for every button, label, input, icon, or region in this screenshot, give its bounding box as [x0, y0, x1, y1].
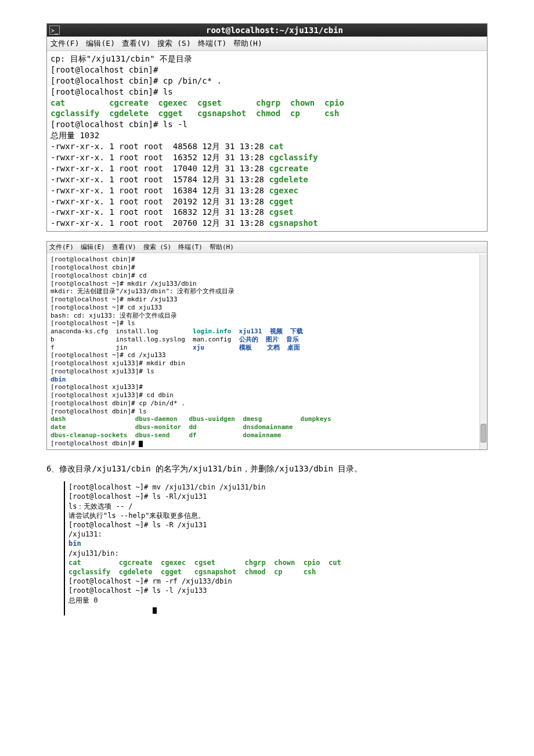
menu-item[interactable]: 帮助(H) — [210, 243, 234, 251]
terminal-icon: ≻_ — [49, 26, 60, 35]
terminal-line: 总用量 0 — [68, 596, 488, 605]
terminal-line: f jin xju 模板 文档 桌面 — [50, 344, 484, 352]
menu-item[interactable]: 终端(T) — [178, 243, 203, 251]
terminal-line: [root@localhost ~]# mkdir /xju133/dbin — [50, 280, 484, 288]
menu-item[interactable]: 帮助(H) — [233, 39, 262, 48]
menubar: 文件(F)编辑(E)查看(V)搜索 (S)终端(T)帮助(H) — [47, 242, 487, 253]
terminal-line: [root@localhost ~]# ls -l /xju133 — [68, 586, 488, 595]
terminal-output: cp: 目标"/xju131/cbin" 不是目录[root@localhost… — [47, 51, 487, 231]
terminal-line: cat cgcreate cgexec cgset chgrp chown cp… — [50, 98, 484, 109]
menu-item[interactable]: 查看(V) — [112, 243, 136, 251]
terminal-line: b install.log.syslog man.config 公共的 图片 音… — [50, 336, 484, 344]
answer-snippet: [root@localhost ~]# mv /xju131/cbin /xju… — [64, 481, 488, 615]
question-text: 6、修改目录/xju131/cbin 的名字为/xju131/bin，并删除/x… — [46, 464, 488, 474]
terminal-line: mkdir: 无法创建目录"/xju133/dbin": 没有那个文件或目录 — [50, 287, 484, 296]
terminal-line: dbus-cleanup-sockets dbus-send df domain… — [50, 431, 484, 440]
terminal-line: /xju131: — [68, 530, 488, 539]
terminal-line: cgclassify cgdelete cgget cgsnapshot chm… — [68, 567, 488, 577]
menu-item[interactable]: 编辑(E) — [86, 39, 114, 48]
terminal-line: [root@localhost cbin]# cp /bin/c* . — [50, 75, 484, 87]
menu-item[interactable]: 搜索 (S) — [157, 39, 190, 48]
terminal-line — [68, 605, 488, 614]
terminal-line: [root@localhost ~]# cd xju133 — [50, 304, 484, 312]
scrollbar-thumb[interactable] — [481, 424, 486, 442]
terminal-line: [root@localhost ~]# ls — [50, 319, 484, 327]
menu-item[interactable]: 查看(V) — [122, 39, 150, 48]
terminal-line: [root@localhost xju133]# ls — [50, 368, 484, 376]
cursor — [153, 607, 157, 614]
terminal-line: [root@localhost ~]# mkdir /xju133 — [50, 296, 484, 304]
terminal-line: -rwxr-xr-x. 1 root root 15784 12月 31 13:… — [50, 174, 484, 185]
terminal-line: bash: cd: xju133: 没有那个文件或目录 — [50, 312, 484, 320]
terminal-line: [root@localhost ~]# ls -Rl/xju131 — [68, 492, 488, 501]
scrollbar[interactable] — [479, 254, 487, 449]
terminal-line: anaconda-ks.cfg install.log login.info x… — [50, 327, 484, 336]
terminal-line: [root@localhost ~]# cd /xju133 — [50, 351, 484, 359]
terminal-line: [root@localhost xju133]# mkdir dbin — [50, 359, 484, 368]
terminal-line: [root@localhost dbin]# ls — [50, 408, 484, 416]
terminal-1: ≻_ root@localhost:~/xju131/cbin 文件(F)编辑(… — [46, 23, 488, 232]
cursor — [139, 441, 143, 447]
terminal-line: dbin — [50, 376, 484, 384]
terminal-line: cat cgcreate cgexec cgset chgrp chown cp… — [68, 558, 488, 567]
terminal-line: [root@localhost cbin]# cd — [50, 272, 484, 280]
terminal-line: bin — [68, 539, 488, 548]
terminal-line: [root@localhost cbin]# ls -l — [50, 119, 484, 130]
terminal-line: -rwxr-xr-x. 1 root root 48568 12月 31 13:… — [50, 141, 484, 152]
terminal-2: 文件(F)编辑(E)查看(V)搜索 (S)终端(T)帮助(H) [root@lo… — [46, 241, 488, 450]
terminal-line: [root@localhost xju133]# cd dbin — [50, 391, 484, 399]
terminal-line: -rwxr-xr-x. 1 root root 16384 12月 31 13:… — [50, 185, 484, 196]
terminal-line: [root@localhost cbin]# — [50, 64, 484, 75]
terminal-line: [root@localhost cbin]# ls — [50, 87, 484, 98]
terminal-line: date dbus-monitor dd dnsdomainname — [50, 423, 484, 431]
menu-item[interactable]: 搜索 (S) — [143, 243, 172, 251]
terminal-line: [root@localhost cbin]# — [50, 255, 484, 264]
terminal-line: [root@localhost ~]# rm -rf /xju133/dbin — [68, 577, 488, 586]
terminal-line: -rwxr-xr-x. 1 root root 16352 12月 31 13:… — [50, 152, 484, 163]
terminal-line: cgclassify cgdelete cgget cgsnapshot chm… — [50, 108, 484, 119]
menubar: 文件(F)编辑(E)查看(V)搜索 (S)终端(T)帮助(H) — [47, 37, 487, 51]
terminal-line: -rwxr-xr-x. 1 root root 20192 12月 31 13:… — [50, 196, 484, 207]
terminal-output: [root@localhost cbin]#[root@localhost cb… — [47, 253, 487, 449]
terminal-line: [root@localhost cbin]# — [50, 264, 484, 272]
terminal-line: -rwxr-xr-x. 1 root root 16832 12月 31 13:… — [50, 207, 484, 218]
menu-item[interactable]: 编辑(E) — [81, 243, 105, 251]
terminal-line: -rwxr-xr-x. 1 root root 20760 12月 31 13:… — [50, 218, 484, 229]
titlebar: ≻_ root@localhost:~/xju131/cbin — [47, 24, 487, 37]
terminal-line: cp: 目标"/xju131/cbin" 不是目录 — [50, 53, 484, 64]
terminal-line: -rwxr-xr-x. 1 root root 17040 12月 31 13:… — [50, 163, 484, 174]
menu-item[interactable]: 文件(F) — [50, 39, 79, 48]
terminal-line: 请尝试执行"ls --help"来获取更多信息。 — [68, 511, 488, 520]
terminal-line: [root@localhost dbin]# cp /bin/d* . — [50, 399, 484, 408]
terminal-line: [root@localhost ~]# ls -R /xju131 — [68, 520, 488, 530]
terminal-line: [root@localhost dbin]# — [50, 440, 484, 448]
terminal-line: [root@localhost ~]# mv /xju131/cbin /xju… — [68, 483, 488, 492]
terminal-line: 总用量 1032 — [50, 130, 484, 141]
terminal-line: /xju131/bin: — [68, 549, 488, 558]
menu-item[interactable]: 文件(F) — [49, 243, 74, 251]
window-title: root@localhost:~/xju131/cbin — [64, 26, 485, 35]
terminal-line: dash dbus-daemon dbus-uuidgen dmesg dump… — [50, 415, 484, 423]
terminal-line: [root@localhost xju133]# — [50, 383, 484, 391]
menu-item[interactable]: 终端(T) — [198, 39, 226, 48]
terminal-line: ls：无效选项 -- / — [68, 502, 488, 511]
